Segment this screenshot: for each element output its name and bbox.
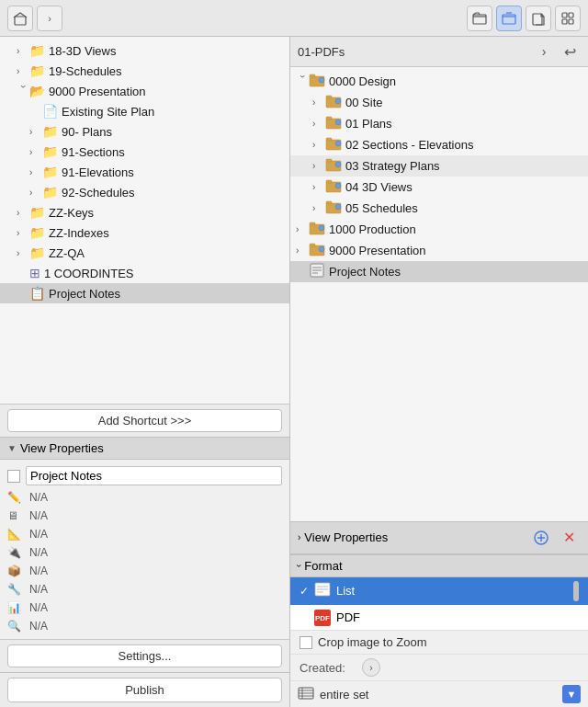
tree-item-existing-site-plan[interactable]: 📄 Existing Site Plan — [0, 101, 289, 121]
tree-item-90-plans[interactable]: › 📁 90- Plans — [0, 121, 289, 142]
tree-item-00-site[interactable]: › 00 Site — [290, 92, 588, 113]
folder-special-icon-04-3d — [325, 178, 342, 196]
label-1000-production: 1000 Production — [329, 222, 416, 236]
tree-item-9000-presentation-right[interactable]: › 9000 Presentation — [290, 240, 588, 261]
svg-rect-9 — [310, 74, 315, 77]
view-props-name-input[interactable] — [26, 466, 282, 485]
add-shortcut-bar: Add Shortcut >>> — [0, 404, 289, 437]
format-options-list: ✓ List — [290, 577, 588, 631]
arrow-04-3d: › — [312, 182, 325, 192]
folder-icon-90-plans: 📁 — [42, 124, 58, 139]
svg-point-13 — [335, 98, 341, 104]
label-zz-indexes: ZZ-Indexes — [49, 226, 109, 240]
label-18-3d-views: 18-3D Views — [49, 44, 116, 58]
toolbar-btn-chevron[interactable]: › — [37, 6, 62, 31]
svg-rect-12 — [326, 96, 332, 98]
svg-rect-5 — [569, 13, 573, 17]
folder-special-icon-01-plans — [325, 115, 342, 132]
created-arrow-button[interactable]: › — [362, 658, 380, 677]
arrow-92-schedules: › — [29, 188, 42, 198]
tree-item-zz-indexes[interactable]: › 📁 ZZ-Indexes — [0, 222, 289, 243]
right-up-btn[interactable]: ↩ — [559, 40, 581, 63]
add-view-props-button[interactable] — [529, 526, 553, 550]
format-header[interactable]: › Format — [290, 555, 588, 577]
close-view-props-button[interactable]: ✕ — [557, 526, 581, 550]
tree-item-01-plans[interactable]: › 01 Plans — [290, 113, 588, 134]
pdf-option-label: PDF — [336, 610, 360, 624]
props-icon-1: 🖥 — [7, 509, 24, 522]
svg-point-22 — [335, 162, 341, 167]
svg-rect-6 — [562, 19, 567, 24]
publish-button[interactable]: Publish — [7, 678, 282, 702]
tree-item-project-notes-right[interactable]: Project Notes — [290, 261, 588, 282]
left-view-properties-label: View Properties — [20, 441, 104, 455]
label-91-sections: 91-Sections — [62, 145, 125, 159]
svg-rect-33 — [310, 244, 315, 246]
format-option-list[interactable]: ✓ List — [290, 577, 588, 605]
svg-point-31 — [319, 225, 324, 231]
entire-set-text: entire set — [320, 688, 562, 701]
notes-icon-project-notes-right — [309, 263, 325, 280]
tree-item-zz-qa[interactable]: › 📁 ZZ-QA — [0, 243, 289, 263]
label-01-plans: 01 Plans — [345, 117, 392, 131]
right-top-bar: 01-PDFs › ↩ — [290, 37, 588, 67]
toolbar-btn-view-active[interactable] — [496, 6, 522, 31]
view-props-checkbox[interactable] — [7, 470, 20, 483]
created-row: Created: › — [290, 654, 588, 680]
tree-item-91-sections[interactable]: › 📁 91-Sections — [0, 142, 289, 162]
list-scroll-handle — [573, 581, 579, 601]
tree-item-03-strategy-plans[interactable]: › 03 Strategy Plans — [290, 155, 588, 177]
svg-point-34 — [319, 246, 324, 252]
tree-item-0000-design[interactable]: › 0000 Design — [290, 71, 588, 92]
settings-button[interactable]: Settings... — [7, 644, 282, 667]
toolbar-right — [467, 6, 581, 31]
crop-checkbox[interactable] — [300, 636, 312, 649]
arrow-9000-presentation: › — [18, 85, 28, 97]
entire-set-dropdown[interactable]: ▼ — [562, 685, 581, 703]
tree-item-1000-production[interactable]: › 1000 Production — [290, 219, 588, 240]
tree-item-91-elevations[interactable]: › 📁 91-Elevations — [0, 162, 289, 182]
pdf-option-icon: PDF — [314, 609, 331, 627]
toolbar-btn-export[interactable] — [526, 6, 551, 31]
folder-special-icon-1000-production — [309, 221, 325, 238]
tree-item-1-coordintes[interactable]: ⊞ 1 COORDINTES — [0, 263, 289, 283]
props-row-7: 🔍 N/A — [7, 617, 282, 635]
toolbar-btn-new-folder[interactable] — [467, 6, 492, 31]
label-05-schedules: 05 Schedules — [345, 201, 418, 215]
right-view-properties-header[interactable]: › View Properties ✕ — [290, 522, 588, 554]
left-view-properties-header[interactable]: ▼ View Properties — [0, 437, 289, 460]
tree-item-18-3d-views[interactable]: › 📁 18-3D Views — [0, 40, 289, 61]
props-value-3: N/A — [29, 546, 48, 559]
arrow-02-sections: › — [312, 140, 325, 150]
tree-item-zz-keys[interactable]: › 📁 ZZ-Keys — [0, 202, 289, 222]
tree-item-02-sections-elevations[interactable]: › 02 Sections - Elevations — [290, 134, 588, 155]
list-option-label: List — [336, 584, 355, 598]
svg-rect-30 — [310, 222, 315, 225]
arrow-18-3d-views: › — [17, 46, 29, 56]
right-breadcrumb-arrow[interactable]: › — [533, 40, 555, 63]
label-1-coordintes: 1 COORDINTES — [44, 267, 134, 280]
label-19-schedules: 19-Schedules — [49, 64, 122, 78]
label-02-sections-elevations: 02 Sections - Elevations — [345, 138, 473, 152]
tree-item-19-schedules[interactable]: › 📁 19-Schedules — [0, 61, 289, 81]
folder-special-icon-02-sections — [325, 136, 342, 154]
tree-item-92-schedules[interactable]: › 📁 92-Schedules — [0, 182, 289, 202]
props-icon-2: 📐 — [7, 528, 24, 541]
left-view-properties-arrow: ▼ — [7, 443, 17, 453]
arrow-00-site: › — [312, 97, 325, 108]
props-value-2: N/A — [29, 528, 48, 541]
tree-item-project-notes-left[interactable]: 📋 Project Notes — [0, 283, 289, 303]
tree-item-04-3d-views[interactable]: › 04 3D Views — [290, 177, 588, 198]
settings-bar: Settings... — [0, 639, 289, 672]
tree-item-05-schedules[interactable]: › 05 Schedules — [290, 198, 588, 219]
folder-special-icon-9000-presentation-right — [309, 242, 325, 259]
toolbar-btn-settings2[interactable] — [555, 6, 581, 31]
add-shortcut-button[interactable]: Add Shortcut >>> — [7, 409, 282, 432]
props-value-0: N/A — [29, 491, 48, 504]
props-icon-5: 🔧 — [7, 583, 24, 596]
format-option-pdf[interactable]: PDF PDF — [290, 605, 588, 631]
props-value-6: N/A — [29, 601, 48, 614]
toolbar-btn-home[interactable] — [7, 6, 33, 31]
tree-item-9000-presentation[interactable]: › 📂 9000 Presentation — [0, 81, 289, 101]
label-project-notes-right: Project Notes — [329, 265, 401, 279]
